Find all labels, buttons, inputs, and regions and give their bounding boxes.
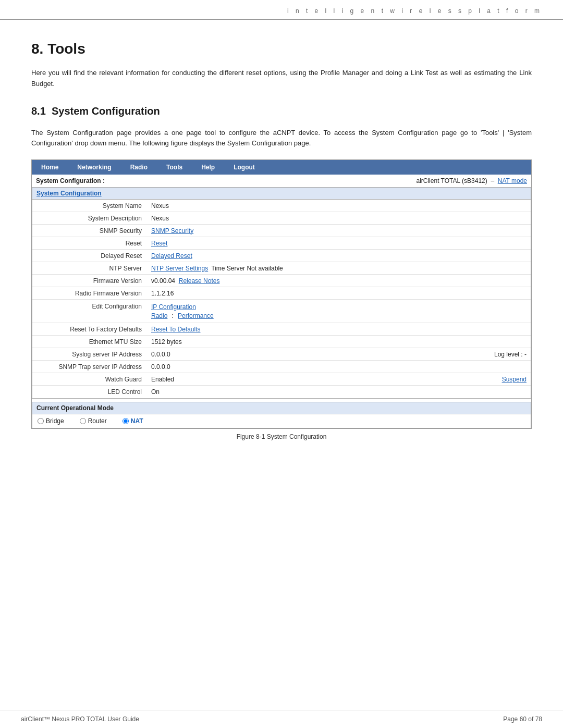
nav-networking[interactable]: Networking: [68, 160, 120, 175]
system-configuration-link[interactable]: System Configuration: [36, 190, 102, 197]
row-value: Reset: [147, 238, 531, 249]
sys-config-label: System Configuration :: [36, 177, 105, 184]
row-value: Reset To Defaults: [147, 324, 531, 335]
router-radio[interactable]: [80, 418, 86, 424]
table-row: Watch Guard Enabled Suspend: [32, 373, 531, 386]
row-value: Nexus: [147, 200, 531, 212]
row-value: v0.00.04 Release Notes: [147, 275, 531, 287]
watch-guard-status: Enabled: [151, 376, 174, 383]
ntp-server-settings-link[interactable]: NTP Server Settings: [151, 265, 208, 272]
chapter-intro: Here you will find the relevant informat…: [31, 68, 532, 90]
delayed-reset-link[interactable]: Delayed Reset: [151, 252, 192, 260]
sys-config-header: System Configuration : airClient TOTAL (…: [32, 175, 531, 187]
router-option[interactable]: Router: [80, 417, 107, 425]
ntp-status: Time Server Not available: [211, 265, 283, 272]
row-value: 1.1.2.16: [147, 288, 531, 299]
table-row: NTP Server NTP Server Settings Time Serv…: [32, 262, 531, 275]
syslog-ip: 0.0.0.0: [151, 351, 170, 358]
bridge-radio[interactable]: [38, 418, 44, 424]
table-row: Ethernet MTU Size 1512 bytes: [32, 336, 531, 348]
radio-link[interactable]: Radio: [151, 312, 167, 319]
sys-config-device: airClient TOTAL (sB3412) – NAT mode: [416, 177, 527, 184]
row-label: Ethernet MTU Size: [32, 336, 147, 348]
table-row: Reset Reset: [32, 237, 531, 250]
config-section-header: System Configuration: [32, 188, 531, 200]
section-description: The System Configuration page provides a…: [31, 128, 532, 150]
row-value: 0.0.0.0 Log level : -: [147, 349, 531, 360]
row-label: Radio Firmware Version: [32, 288, 147, 299]
footer-right: Page 60 of 78: [503, 715, 542, 723]
op-mode-header: Current Operational Mode: [32, 402, 531, 414]
router-label: Router: [88, 417, 107, 425]
row-label: Delayed Reset: [32, 250, 147, 262]
performance-link[interactable]: Performance: [178, 312, 214, 319]
row-label: NTP Server: [32, 263, 147, 274]
reset-to-defaults-link[interactable]: Reset To Defaults: [151, 326, 201, 333]
log-level: Log level : -: [494, 351, 527, 358]
row-label: System Name: [32, 200, 147, 212]
row-label: Syslog server IP Address: [32, 349, 147, 360]
row-label: Edit Configuration: [32, 301, 147, 312]
nav-bar: Home Networking Radio Tools Help Logout: [32, 160, 531, 175]
nav-logout[interactable]: Logout: [224, 160, 264, 175]
config-table: System Configuration System Name Nexus S…: [32, 187, 531, 399]
row-value: IP Configuration Radio : Performance: [147, 301, 531, 322]
row-value: 1512 bytes: [147, 336, 531, 348]
table-row: Reset To Factory Defaults Reset To Defau…: [32, 323, 531, 336]
snmp-security-link[interactable]: SNMP Security: [151, 227, 193, 235]
row-label: Reset To Factory Defaults: [32, 324, 147, 335]
figure-caption: Figure 8-1 System Configuration: [31, 433, 532, 440]
op-mode-options: Bridge Router NAT: [32, 414, 531, 428]
nav-help[interactable]: Help: [192, 160, 224, 175]
row-value: Nexus: [147, 213, 531, 224]
reset-link[interactable]: Reset: [151, 240, 167, 247]
table-row: Delayed Reset Delayed Reset: [32, 250, 531, 262]
row-value: NTP Server Settings Time Server Not avai…: [147, 263, 531, 274]
row-label: System Description: [32, 213, 147, 224]
nav-home[interactable]: Home: [32, 160, 68, 175]
table-row: Syslog server IP Address 0.0.0.0 Log lev…: [32, 348, 531, 361]
table-row: Radio Firmware Version 1.1.2.16: [32, 287, 531, 300]
header-tagline: i n t e l l i g e n t w i r e l e s s p …: [287, 7, 542, 19]
table-row: System Description Nexus: [32, 212, 531, 225]
nav-tools[interactable]: Tools: [157, 160, 192, 175]
nat-option[interactable]: NAT: [123, 417, 143, 425]
row-value: 0.0.0.0: [147, 361, 531, 373]
row-value: Delayed Reset: [147, 250, 531, 262]
ip-configuration-link[interactable]: IP Configuration: [151, 303, 196, 311]
table-row: LED Control On: [32, 386, 531, 398]
release-notes-link[interactable]: Release Notes: [179, 277, 220, 285]
row-label: SNMP Trap server IP Address: [32, 361, 147, 373]
row-value: Enabled Suspend: [147, 374, 531, 385]
main-content: 8. Tools Here you will find the relevant…: [0, 20, 563, 482]
nat-mode-link[interactable]: NAT mode: [498, 177, 527, 184]
firmware-version-value: v0.00.04: [151, 277, 175, 285]
row-label: LED Control: [32, 386, 147, 398]
nat-label: NAT: [131, 417, 143, 425]
page-header: i n t e l l i g e n t w i r e l e s s p …: [0, 0, 563, 20]
table-row: Edit Configuration IP Configuration Radi…: [32, 300, 531, 323]
table-row: SNMP Security SNMP Security: [32, 225, 531, 237]
screenshot-container: Home Networking Radio Tools Help Logout …: [31, 159, 532, 429]
row-label: SNMP Security: [32, 225, 147, 237]
row-value: On: [147, 386, 531, 398]
page-footer: airClient™ Nexus PRO TOTAL User Guide Pa…: [0, 710, 563, 728]
section-title: 8.1 System Configuration: [31, 105, 532, 117]
table-row: SNMP Trap server IP Address 0.0.0.0: [32, 361, 531, 373]
row-value: SNMP Security: [147, 225, 531, 237]
nat-radio[interactable]: [123, 418, 129, 424]
nav-radio[interactable]: Radio: [121, 160, 157, 175]
row-label: Reset: [32, 238, 147, 249]
footer-left: airClient™ Nexus PRO TOTAL User Guide: [21, 715, 139, 723]
chapter-title: 8. Tools: [31, 41, 532, 57]
row-label: Firmware Version: [32, 275, 147, 287]
table-row: Firmware Version v0.00.04 Release Notes: [32, 275, 531, 287]
operational-mode-section: Current Operational Mode Bridge Router N…: [32, 402, 531, 428]
suspend-link[interactable]: Suspend: [502, 376, 527, 383]
table-row: System Name Nexus: [32, 200, 531, 212]
bridge-option[interactable]: Bridge: [38, 417, 64, 425]
row-label: Watch Guard: [32, 374, 147, 385]
bridge-label: Bridge: [46, 417, 64, 425]
